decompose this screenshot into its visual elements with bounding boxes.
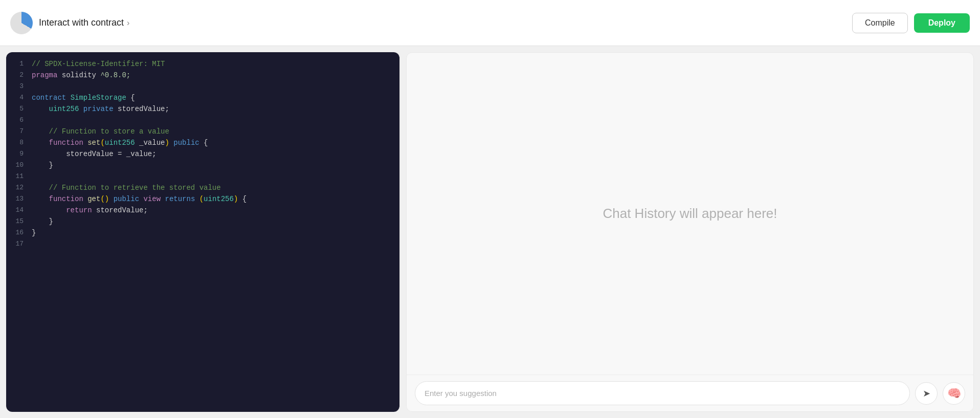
line-number: 11	[6, 171, 32, 182]
code-token: (	[100, 139, 104, 147]
line-content	[32, 115, 399, 126]
code-token: uint256	[105, 139, 139, 147]
line-content: storedValue = _value;	[32, 148, 399, 160]
table-row: 9 storedValue = _value;	[6, 148, 399, 160]
table-row: 14 return storedValue;	[6, 205, 399, 216]
breadcrumb-label: Interact with contract	[39, 17, 124, 28]
code-token: set	[87, 139, 100, 147]
line-content: // Function to retrieve the stored value	[32, 182, 399, 193]
code-token: storedValue = _value;	[32, 150, 157, 158]
send-button[interactable]: ➤	[915, 382, 938, 405]
table-row: 6	[6, 115, 399, 126]
table-row: 13 function get() public view returns (u…	[6, 193, 399, 205]
line-number: 14	[6, 205, 32, 216]
code-token: function	[32, 139, 87, 147]
line-content	[32, 238, 399, 250]
code-token: }	[32, 217, 53, 226]
code-token: get	[87, 195, 100, 203]
code-token: (	[199, 195, 204, 203]
chat-history: Chat History will appear here!	[407, 53, 973, 375]
chat-input-area: ➤ 🧠	[407, 375, 973, 411]
line-content: }	[32, 227, 399, 238]
table-row: 17	[6, 238, 399, 250]
code-token: uint256	[32, 105, 83, 113]
send-icon: ➤	[923, 388, 930, 399]
code-token: uint256	[204, 195, 234, 203]
deploy-button[interactable]: Deploy	[914, 13, 970, 33]
top-bar: Interact with contract › Compile Deploy	[0, 0, 980, 46]
code-token: solidity	[62, 71, 101, 79]
code-token: // SPDX-License-Identifier: MIT	[32, 60, 165, 68]
chat-empty-message: Chat History will appear here!	[603, 206, 777, 222]
line-number: 15	[6, 216, 32, 227]
line-content	[32, 81, 399, 92]
editor-panel: 1// SPDX-License-Identifier: MIT2pragma …	[6, 52, 400, 412]
line-content: }	[32, 216, 399, 227]
code-token: ()	[100, 195, 109, 203]
line-number: 4	[6, 92, 32, 103]
code-token: return	[32, 206, 96, 214]
code-token: contract	[32, 94, 71, 102]
chat-input[interactable]	[415, 381, 910, 405]
compile-button[interactable]: Compile	[852, 13, 908, 33]
code-token: public	[109, 195, 143, 203]
code-token: _value	[139, 139, 165, 147]
brain-button[interactable]: 🧠	[943, 382, 965, 405]
code-token: private	[83, 105, 118, 113]
line-number: 3	[6, 81, 32, 92]
line-content: // SPDX-License-Identifier: MIT	[32, 58, 399, 70]
code-token: storedValue;	[118, 105, 169, 113]
line-content	[32, 171, 399, 182]
code-editor[interactable]: 1// SPDX-License-Identifier: MIT2pragma …	[6, 52, 399, 412]
code-token: public	[169, 139, 204, 147]
line-number: 7	[6, 126, 32, 137]
line-content: return storedValue;	[32, 205, 399, 216]
table-row: 16}	[6, 227, 399, 238]
code-token: {	[238, 195, 247, 203]
line-number: 6	[6, 115, 32, 126]
code-token: SimpleStorage	[71, 94, 131, 102]
line-content: uint256 private storedValue;	[32, 103, 399, 115]
line-content: function get() public view returns (uint…	[32, 193, 399, 205]
code-token: returns	[165, 195, 199, 203]
code-token: }	[32, 161, 53, 169]
table-row: 2pragma solidity ^0.8.0;	[6, 70, 399, 81]
code-token: // Function to retrieve the stored value	[32, 184, 221, 192]
line-content: contract SimpleStorage {	[32, 92, 399, 103]
code-token: storedValue;	[96, 206, 148, 214]
table-row: 10 }	[6, 160, 399, 171]
top-bar-left: Interact with contract ›	[10, 12, 129, 34]
table-row: 11	[6, 171, 399, 182]
code-token: )	[165, 139, 169, 147]
code-token: view	[143, 195, 165, 203]
code-token: {	[130, 94, 135, 102]
line-number: 2	[6, 70, 32, 81]
line-number: 1	[6, 58, 32, 70]
table-row: 15 }	[6, 216, 399, 227]
code-token: ^0.8.0;	[100, 71, 130, 79]
chevron-icon: ›	[127, 18, 129, 28]
line-number: 10	[6, 160, 32, 171]
line-number: 5	[6, 103, 32, 115]
line-content: pragma solidity ^0.8.0;	[32, 70, 399, 81]
line-number: 17	[6, 238, 32, 250]
line-number: 8	[6, 137, 32, 148]
table-row: 5 uint256 private storedValue;	[6, 103, 399, 115]
table-row: 4contract SimpleStorage {	[6, 92, 399, 103]
breadcrumb: Interact with contract ›	[39, 17, 129, 28]
code-token: // Function to store a value	[32, 127, 169, 136]
line-number: 13	[6, 193, 32, 205]
code-token: pragma	[32, 71, 62, 79]
main-content: 1// SPDX-License-Identifier: MIT2pragma …	[0, 46, 980, 418]
logo-spinner	[10, 12, 33, 34]
table-row: 7 // Function to store a value	[6, 126, 399, 137]
table-row: 3	[6, 81, 399, 92]
line-number: 9	[6, 148, 32, 160]
line-content: function set(uint256 _value) public {	[32, 137, 399, 148]
code-token: function	[32, 195, 87, 203]
line-content: // Function to store a value	[32, 126, 399, 137]
code-token: {	[204, 139, 208, 147]
line-content: }	[32, 160, 399, 171]
code-token: }	[32, 229, 36, 237]
top-bar-actions: Compile Deploy	[852, 13, 970, 33]
